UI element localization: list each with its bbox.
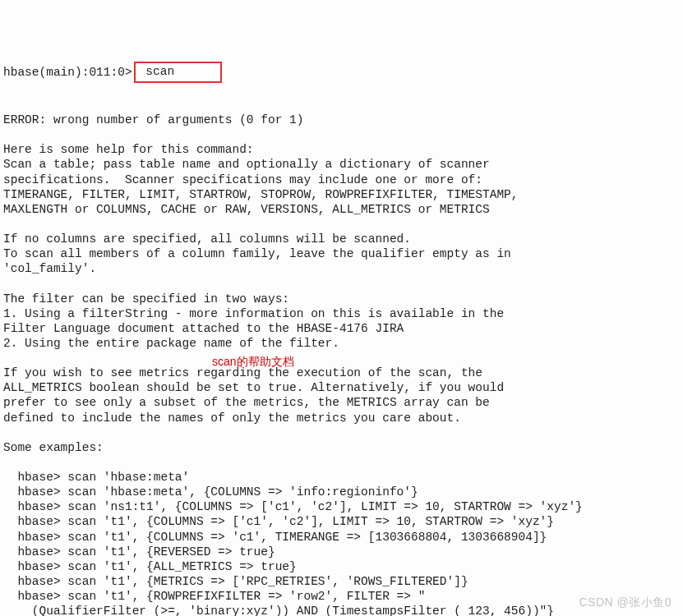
help-line: specifications. Scanner specifications m… <box>3 173 482 186</box>
help-line: To scan all members of a column family, … <box>3 247 511 260</box>
examples-label: Some examples: <box>3 441 104 454</box>
scan-command-highlight: scan <box>134 62 223 83</box>
shell-prompt-prefix: hbase(main):011:0> <box>3 65 132 80</box>
help-intro: Here is some help for this command: <box>3 143 254 156</box>
help-line: 1. Using a filterString - more informati… <box>3 307 504 320</box>
help-line: prefer to see only a subset of the metri… <box>3 396 490 409</box>
help-line: 'col_family'. <box>3 262 96 275</box>
example-line: hbase> scan 't1', {COLUMNS => ['c1', 'c2… <box>3 515 554 528</box>
shell-prompt-line[interactable]: hbase(main):011:0> scan <box>3 65 680 83</box>
example-line: hbase> scan 'hbase:meta', {COLUMNS => 'i… <box>3 485 418 499</box>
example-line: hbase> scan 'ns1:t1', {COLUMNS => ['c1',… <box>3 500 583 513</box>
example-line: hbase> scan 't1', {REVERSED => true} <box>3 545 275 559</box>
example-line: hbase> scan 't1', {ALL_METRICS => true} <box>3 560 297 573</box>
help-line: The filter can be specified in two ways: <box>3 292 289 306</box>
example-line: hbase> scan 't1', {COLUMNS => 'c1', TIME… <box>3 531 547 544</box>
help-line: TIMERANGE, FILTER, LIMIT, STARTROW, STOP… <box>3 188 519 201</box>
help-line: defined to include the names of only the… <box>3 411 461 425</box>
annotation-label: scan的帮助文档 <box>212 355 294 370</box>
example-line: hbase> scan 't1', {METRICS => ['RPC_RETR… <box>3 575 468 588</box>
help-line: Filter Language document attached to the… <box>3 322 404 335</box>
example-line: hbase> scan 't1', {ROWPREFIXFILTER => 'r… <box>3 590 425 603</box>
terminal-output: ERROR: wrong number of arguments (0 for … <box>3 98 680 616</box>
example-line: hbase> scan 'hbase:meta' <box>3 471 189 484</box>
help-line: ALL_METRICS boolean should be set to tru… <box>3 381 504 394</box>
help-line: If no columns are specified, all columns… <box>3 232 411 246</box>
help-line: 2. Using the entire package name of the … <box>3 337 339 350</box>
error-line: ERROR: wrong number of arguments (0 for … <box>3 113 303 126</box>
watermark: CSDN @张小鱼0 <box>579 595 671 610</box>
help-line: Scan a table; pass table name and option… <box>3 158 490 171</box>
help-line: MAXLENGTH or COLUMNS, CACHE or RAW, VERS… <box>3 203 490 216</box>
example-line: (QualifierFilter (>=, 'binary:xyz')) AND… <box>3 605 554 616</box>
